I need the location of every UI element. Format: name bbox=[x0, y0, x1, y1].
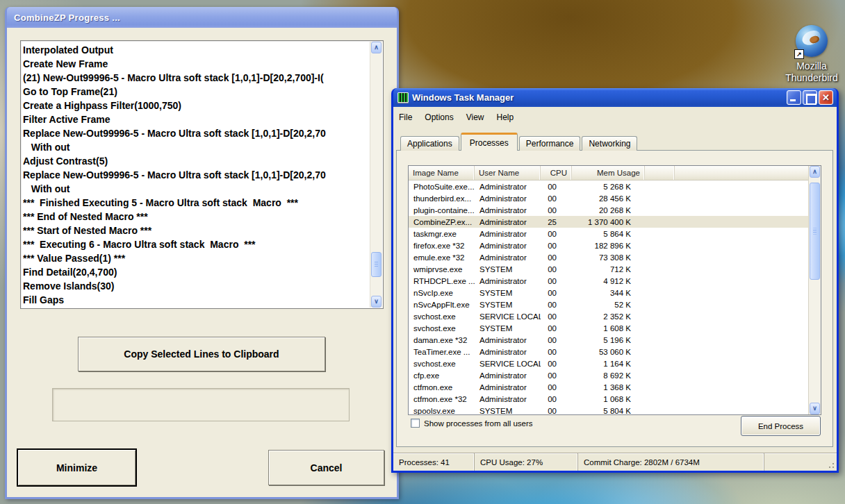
process-row[interactable]: plugin-containe...Administrator0020 268 … bbox=[409, 204, 808, 216]
process-row[interactable]: cfp.exeAdministrator008 692 K bbox=[409, 369, 808, 381]
log-line[interactable]: Replace New-Out99996-5 - Macro Ultra sof… bbox=[23, 168, 370, 182]
cell-image-name: spoolsv.exe bbox=[409, 407, 475, 415]
process-row[interactable]: emule.exe *32Administrator0073 308 K bbox=[409, 251, 808, 263]
cell-image-name: svchost.exe bbox=[409, 324, 475, 333]
process-row[interactable]: RTHDCPL.exe ...Administrator004 912 K bbox=[409, 275, 808, 287]
log-line[interactable]: Find Detail(20,4,700) bbox=[23, 265, 370, 279]
cell-cpu: 00 bbox=[541, 183, 572, 191]
log-listbox[interactable]: Interpolated OutputCreate New Frame(21) … bbox=[20, 40, 384, 309]
show-all-users-label: Show processes from all users bbox=[424, 419, 533, 428]
log-line[interactable]: With out bbox=[23, 182, 370, 196]
log-line[interactable]: *** End of Nested Macro *** bbox=[23, 210, 370, 224]
cell-image-name: nSvcIp.exe bbox=[409, 289, 475, 297]
process-row[interactable]: svchost.exeSERVICE LOCAL001 164 K bbox=[409, 358, 808, 369]
cell-cpu: 00 bbox=[541, 407, 572, 415]
log-line[interactable]: *** Executing 6 - Macro Ultra soft stack… bbox=[23, 237, 370, 251]
process-row[interactable]: ctfmon.exeAdministrator001 368 K bbox=[409, 381, 808, 393]
window-minimize-button[interactable] bbox=[787, 90, 801, 105]
cell-image-name: ctfmon.exe bbox=[409, 383, 475, 392]
scroll-up-button[interactable]: ∧ bbox=[810, 166, 820, 178]
log-lines: Interpolated OutputCreate New Frame(21) … bbox=[23, 43, 370, 307]
status-commit-charge: Commit Charge: 2802M / 6734M bbox=[578, 453, 764, 471]
status-cpu-usage: CPU Usage: 27% bbox=[475, 453, 578, 471]
process-row[interactable]: spoolsv.exeSYSTEM005 804 K bbox=[409, 405, 808, 414]
log-line[interactable]: Fill Gaps bbox=[23, 293, 370, 307]
menu-item-help[interactable]: Help bbox=[497, 112, 514, 122]
cell-mem-usage: 2 352 K bbox=[572, 312, 645, 321]
cell-cpu: 00 bbox=[541, 383, 572, 392]
cell-user-name: Administrator bbox=[475, 348, 541, 356]
column-header-cpu[interactable]: CPU bbox=[541, 166, 572, 180]
log-line[interactable]: Go to Top Frame(21) bbox=[23, 85, 370, 99]
scroll-up-button[interactable]: ∧ bbox=[371, 42, 382, 53]
cell-mem-usage: 5 804 K bbox=[572, 407, 645, 415]
process-row[interactable]: CombineZP.ex...Administrator251 370 400 … bbox=[409, 216, 808, 228]
copy-selected-lines-button[interactable]: Copy Selected Lines to Clipboard bbox=[78, 337, 325, 371]
column-header-image-name[interactable]: Image Name bbox=[409, 166, 475, 180]
tab-networking[interactable]: Networking bbox=[582, 136, 637, 151]
process-row[interactable]: PhotoSuite.exe...Administrator005 268 K bbox=[409, 180, 808, 192]
scroll-down-button[interactable]: ∨ bbox=[810, 403, 820, 414]
cell-cpu: 00 bbox=[541, 301, 572, 309]
tab-performance[interactable]: Performance bbox=[519, 136, 581, 151]
cell-mem-usage: 1 164 K bbox=[572, 360, 645, 368]
cell-user-name: Administrator bbox=[475, 253, 541, 262]
log-line[interactable]: With out bbox=[23, 140, 370, 154]
process-row[interactable]: taskmgr.exeAdministrator005 864 K bbox=[409, 228, 808, 240]
processes-tab-page: Image NameUser NameCPUMem Usage PhotoSui… bbox=[396, 150, 833, 447]
log-line[interactable]: *** Start of Nested Macro *** bbox=[23, 224, 370, 237]
combinezp-titlebar[interactable]: CombineZP Progress ... bbox=[7, 7, 397, 28]
cell-cpu: 00 bbox=[541, 348, 572, 356]
column-header-user-name[interactable]: User Name bbox=[475, 166, 541, 180]
process-row[interactable]: firefox.exe *32Administrator00182 896 K bbox=[409, 240, 808, 251]
cell-mem-usage: 712 K bbox=[572, 265, 645, 274]
log-line[interactable]: Adjust Contrast(5) bbox=[23, 154, 370, 168]
menu-item-options[interactable]: Options bbox=[425, 112, 453, 122]
window-maximize-button[interactable] bbox=[803, 90, 817, 105]
tab-processes[interactable]: Processes bbox=[461, 133, 518, 151]
scroll-down-button[interactable]: ∨ bbox=[371, 296, 382, 308]
minimize-button[interactable]: Minimize bbox=[17, 448, 137, 487]
cell-cpu: 25 bbox=[541, 218, 572, 226]
cell-image-name: RTHDCPL.exe ... bbox=[409, 277, 475, 285]
process-listview: Image NameUser NameCPUMem Usage PhotoSui… bbox=[408, 165, 821, 415]
process-row[interactable]: nSvcAppFlt.exeSYSTEM0052 K bbox=[409, 299, 808, 310]
log-line[interactable]: Filter Active Frame bbox=[23, 112, 370, 126]
resize-grip-icon[interactable] bbox=[826, 460, 835, 469]
process-row[interactable]: thunderbird.ex...Administrator0028 456 K bbox=[409, 192, 808, 204]
column-header-blank[interactable] bbox=[645, 166, 675, 180]
process-row[interactable]: svchost.exeSYSTEM001 608 K bbox=[409, 322, 808, 334]
process-row[interactable]: wmiprvse.exeSYSTEM00712 K bbox=[409, 263, 808, 275]
window-close-button[interactable]: ✕ bbox=[819, 90, 833, 105]
process-row[interactable]: svchost.exeSERVICE LOCAL002 352 K bbox=[409, 310, 808, 322]
log-line[interactable]: (21) New-Out99996-5 - Macro Ultra soft s… bbox=[23, 71, 370, 85]
scrollbar-thumb[interactable] bbox=[371, 252, 382, 277]
menu-item-file[interactable]: File bbox=[399, 112, 412, 122]
log-line[interactable]: *** Finished Executing 5 - Macro Ultra s… bbox=[23, 196, 370, 210]
desktop-icon-thunderbird[interactable]: ↗ Mozilla Thunderbird bbox=[771, 25, 845, 84]
cell-user-name: SYSTEM bbox=[475, 265, 541, 274]
process-row[interactable]: TeaTimer.exe ...Administrator0053 060 K bbox=[409, 346, 808, 358]
scrollbar-thumb[interactable] bbox=[810, 183, 820, 280]
process-row[interactable]: ctfmon.exe *32Administrator001 068 K bbox=[409, 393, 808, 405]
cancel-button[interactable]: Cancel bbox=[268, 450, 384, 485]
taskmanager-titlebar[interactable]: Windows Task Manager ✕ bbox=[393, 88, 837, 107]
cell-image-name: thunderbird.ex... bbox=[409, 194, 475, 203]
log-line[interactable]: *** Value Passed(1) *** bbox=[23, 251, 370, 265]
process-list-scrollbar[interactable]: ∧ ∨ bbox=[808, 166, 821, 414]
log-scrollbar[interactable]: ∧ ∨ bbox=[370, 42, 382, 308]
combinezp-title-text: CombineZP Progress ... bbox=[14, 12, 120, 23]
process-row[interactable]: daman.exe *32Administrator005 196 K bbox=[409, 334, 808, 346]
log-line[interactable]: Create New Frame bbox=[23, 57, 370, 71]
end-process-button[interactable]: End Process bbox=[741, 416, 821, 436]
process-row[interactable]: nSvcIp.exeSYSTEM00344 K bbox=[409, 287, 808, 299]
menu-item-view[interactable]: View bbox=[466, 112, 484, 122]
show-all-users-checkbox[interactable] bbox=[411, 419, 420, 428]
cell-cpu: 00 bbox=[541, 206, 572, 215]
log-line[interactable]: Interpolated Output bbox=[23, 43, 370, 57]
log-line[interactable]: Create a Highpass Filter(1000,750) bbox=[23, 99, 370, 112]
tab-applications[interactable]: Applications bbox=[400, 136, 459, 151]
column-header-mem-usage[interactable]: Mem Usage bbox=[572, 166, 645, 180]
log-line[interactable]: Replace New-Out99996-5 - Macro Ultra sof… bbox=[23, 126, 370, 140]
log-line[interactable]: Remove Islands(30) bbox=[23, 279, 370, 293]
